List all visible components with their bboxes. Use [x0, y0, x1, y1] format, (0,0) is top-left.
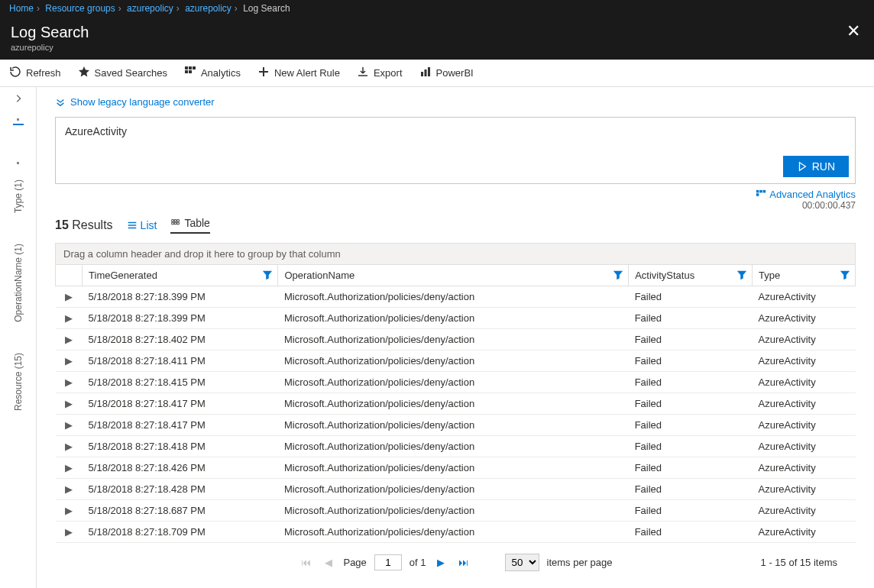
cell-operation: Microsoft.Authorization/policies/deny/ac… — [278, 308, 629, 329]
filter-icon[interactable] — [613, 270, 623, 283]
breadcrumb-resource-groups[interactable]: Resource groups — [45, 3, 115, 14]
col-type[interactable]: Type — [753, 265, 856, 286]
pager-last[interactable]: ⏭ — [455, 557, 471, 568]
new-alert-button[interactable]: New Alert Rule — [257, 66, 340, 80]
expand-row-icon[interactable]: ▶ — [56, 457, 83, 479]
list-icon — [127, 220, 138, 231]
cell-status: Failed — [629, 457, 753, 479]
svg-rect-7 — [428, 67, 430, 76]
results-table: TimeGenerated OperationName ActivityStat… — [55, 264, 856, 543]
svg-rect-4 — [189, 70, 192, 73]
saved-searches-button[interactable]: Saved Searches — [78, 66, 167, 80]
cell-operation: Microsoft.Authorization/policies/deny/ac… — [278, 479, 629, 500]
expand-row-icon[interactable]: ▶ — [56, 329, 83, 351]
pager-first[interactable]: ⏮ — [298, 557, 314, 568]
cell-time: 5/18/2018 8:27:18.399 PM — [83, 286, 278, 308]
rail-type[interactable]: Type (1) — [13, 164, 24, 228]
pager-page-input[interactable] — [374, 554, 402, 570]
expand-row-icon[interactable]: ▶ — [56, 522, 83, 543]
download-icon — [357, 66, 369, 80]
pager-next[interactable]: ▶ — [434, 557, 448, 568]
legacy-converter-link[interactable]: Show legacy language converter — [55, 96, 856, 108]
view-list-toggle[interactable]: List — [127, 219, 157, 231]
cell-operation: Microsoft.Authorization/policies/deny/ac… — [278, 286, 629, 308]
svg-rect-2 — [193, 66, 196, 69]
play-icon — [797, 161, 808, 172]
table-icon — [170, 218, 181, 228]
page-subtitle: azurepolicy — [11, 43, 89, 52]
expand-row-icon[interactable]: ▶ — [56, 436, 83, 457]
analytics-label: Analytics — [201, 67, 241, 79]
filter-icon[interactable] — [736, 270, 747, 283]
cell-operation: Microsoft.Authorization/policies/deny/ac… — [278, 329, 629, 351]
cell-time: 5/18/2018 8:27:18.709 PM — [83, 522, 278, 543]
rail-timeline — [11, 118, 25, 164]
new-alert-label: New Alert Rule — [274, 67, 340, 79]
saved-searches-label: Saved Searches — [95, 67, 167, 79]
pager-prev[interactable]: ◀ — [322, 557, 335, 568]
refresh-button[interactable]: Refresh — [9, 66, 61, 80]
cell-status: Failed — [629, 500, 753, 522]
group-drop-area[interactable]: Drag a column header and drop it here to… — [55, 243, 856, 264]
powerbi-button[interactable]: PowerBI — [419, 66, 474, 80]
cell-type: AzureActivity — [753, 415, 856, 436]
svg-rect-9 — [760, 189, 763, 192]
advanced-analytics-label: Advanced Analytics — [769, 189, 856, 200]
query-editor[interactable]: AzureActivity RUN — [55, 117, 856, 184]
table-row: ▶5/18/2018 8:27:18.415 PMMicrosoft.Autho… — [56, 372, 856, 393]
breadcrumb-home[interactable]: Home — [9, 3, 34, 14]
expand-row-icon[interactable]: ▶ — [56, 479, 83, 500]
filter-icon[interactable] — [262, 270, 273, 283]
analytics-icon — [184, 66, 196, 80]
table-row: ▶5/18/2018 8:27:18.417 PMMicrosoft.Autho… — [56, 393, 856, 415]
cell-operation: Microsoft.Authorization/policies/deny/ac… — [278, 351, 629, 372]
breadcrumb-azurepolicy-1[interactable]: azurepolicy — [127, 3, 173, 14]
expand-row-icon[interactable]: ▶ — [56, 286, 83, 308]
view-table-toggle[interactable]: Table — [170, 217, 209, 234]
analytics-button[interactable]: Analytics — [184, 66, 241, 80]
cell-operation: Microsoft.Authorization/policies/deny/ac… — [278, 436, 629, 457]
expand-row-icon[interactable]: ▶ — [56, 415, 83, 436]
cell-type: AzureActivity — [753, 457, 856, 479]
svg-rect-0 — [185, 66, 188, 69]
expand-row-icon[interactable]: ▶ — [56, 308, 83, 329]
close-button[interactable]: ✕ — [843, 23, 863, 40]
pager-perpage-select[interactable]: 50 — [505, 554, 539, 571]
expand-row-icon[interactable]: ▶ — [56, 351, 83, 372]
table-row: ▶5/18/2018 8:27:18.402 PMMicrosoft.Autho… — [56, 329, 856, 351]
svg-rect-11 — [756, 193, 759, 196]
cell-operation: Microsoft.Authorization/policies/deny/ac… — [278, 500, 629, 522]
cell-status: Failed — [629, 479, 753, 500]
cell-type: AzureActivity — [753, 286, 856, 308]
breadcrumb-azurepolicy-2[interactable]: azurepolicy — [185, 3, 231, 14]
rail-expand-chevron[interactable] — [13, 93, 24, 106]
table-row: ▶5/18/2018 8:27:18.418 PMMicrosoft.Autho… — [56, 436, 856, 457]
pager-status: 1 - 15 of 15 items — [761, 557, 837, 568]
col-activitystatus[interactable]: ActivityStatus — [629, 265, 753, 286]
cell-time: 5/18/2018 8:27:18.418 PM — [83, 436, 278, 457]
table-row: ▶5/18/2018 8:27:18.709 PMMicrosoft.Autho… — [56, 522, 856, 543]
expand-row-icon[interactable]: ▶ — [56, 500, 83, 522]
page-header: Log Search azurepolicy ✕ — [0, 17, 874, 60]
export-button[interactable]: Export — [357, 66, 403, 80]
expand-row-icon[interactable]: ▶ — [56, 393, 83, 415]
cell-type: AzureActivity — [753, 522, 856, 543]
expand-row-icon[interactable]: ▶ — [56, 372, 83, 393]
col-operationname[interactable]: OperationName — [278, 265, 629, 286]
cell-status: Failed — [629, 308, 753, 329]
cell-status: Failed — [629, 329, 753, 351]
run-button[interactable]: RUN — [783, 156, 849, 177]
cell-status: Failed — [629, 393, 753, 415]
cell-operation: Microsoft.Authorization/policies/deny/ac… — [278, 372, 629, 393]
col-timegenerated[interactable]: TimeGenerated — [83, 265, 278, 286]
refresh-icon — [9, 66, 21, 80]
advanced-analytics-link[interactable]: Advanced Analytics — [756, 189, 856, 200]
chevron-double-down-icon — [55, 97, 66, 108]
results-count: 15 Results — [55, 218, 113, 232]
cell-type: AzureActivity — [753, 372, 856, 393]
rail-resource[interactable]: Resource (15) — [13, 338, 24, 426]
cell-type: AzureActivity — [753, 351, 856, 372]
cell-type: AzureActivity — [753, 329, 856, 351]
rail-operationname[interactable]: OperationName (1) — [13, 228, 24, 338]
filter-icon[interactable] — [840, 270, 850, 283]
